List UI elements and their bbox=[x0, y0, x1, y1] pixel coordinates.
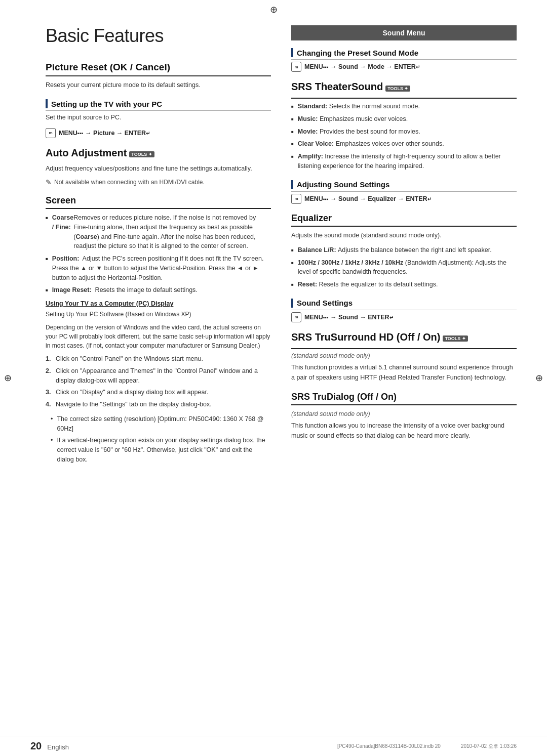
auto-adjustment-description: Adjust frequency values/positions and fi… bbox=[46, 164, 271, 174]
adjusting-sound-section: Adjusting Sound Settings m MENU▪▪▪ → Sou… bbox=[291, 180, 517, 204]
menu-icon-sound-settings: m bbox=[291, 312, 301, 322]
changing-preset-heading-bar: Changing the Preset Sound Mode bbox=[291, 48, 517, 60]
equalizer-section: Equalizer Adjusts the sound mode (standa… bbox=[291, 213, 517, 289]
bottom-bar: 20 English [PC490-Canada]BN68-03114B-00L… bbox=[0, 736, 547, 756]
equalizer-hz: 100Hz / 300Hz / 1kHz / 3kHz / 10kHz (Ban… bbox=[291, 258, 517, 277]
sound-settings-menu-text: MENU▪▪▪ → Sound → ENTER↵ bbox=[304, 314, 394, 321]
srs-trusurround-note: (standard sound mode only) bbox=[291, 351, 517, 361]
setting-up-tv-heading: Setting up the TV with your PC bbox=[51, 100, 162, 108]
footer-date: 2010-07-02 오후 1:03:26 bbox=[461, 743, 517, 750]
dot-item-1: The correct size setting (resolution) [O… bbox=[51, 414, 271, 434]
srs-theater-amplify: Amplify: Increase the intensity of high-… bbox=[291, 152, 517, 171]
step-4: 4.Navigate to the "Settings" tab on the … bbox=[46, 400, 271, 409]
srs-trusurround-tools-badge: TOOLS ✦ bbox=[443, 335, 467, 342]
blue-bar-sound-settings bbox=[291, 299, 293, 308]
menu-icon-tv: m bbox=[46, 128, 56, 138]
step-4-text: Navigate to the "Settings" tab on the di… bbox=[56, 400, 212, 409]
page-number-label: English bbox=[47, 743, 69, 751]
screen-bullet-list: Coarse / Fine: Removes or reduces pictur… bbox=[46, 213, 271, 295]
dot-item-2: If a vertical-frequency option exists on… bbox=[51, 436, 271, 464]
page-container: ⊕ ⊕ ⊕ Basic Features Picture Reset (OK /… bbox=[0, 0, 547, 756]
screen-bullet-image-reset: Image Reset: Resets the image to default… bbox=[46, 285, 271, 295]
setting-up-tv-menu-path: m MENU▪▪▪ → Picture → ENTER↵ bbox=[46, 128, 271, 138]
blue-bar-adjusting-sound bbox=[291, 180, 293, 189]
adjusting-sound-menu-text: MENU▪▪▪ → Sound → Equalizer → ENTER↵ bbox=[304, 195, 432, 202]
page-number: 20 bbox=[30, 740, 42, 752]
step-3: 3.Click on "Display" and a display dialo… bbox=[46, 388, 271, 397]
changing-preset-heading: Changing the Preset Sound Mode bbox=[297, 49, 418, 57]
sound-settings-heading: Sound Settings bbox=[297, 299, 353, 307]
auto-adjustment-note-text: Not available when connecting with an HD… bbox=[54, 179, 205, 186]
menu-icon-changing-preset: m bbox=[291, 62, 301, 72]
page-title: Basic Features bbox=[46, 25, 271, 47]
changing-preset-section: Changing the Preset Sound Mode m MENU▪▪▪… bbox=[291, 48, 517, 72]
equalizer-heading: Equalizer bbox=[291, 213, 517, 227]
adjusting-sound-menu-path: m MENU▪▪▪ → Sound → Equalizer → ENTER↵ bbox=[291, 194, 517, 204]
screen-bullet-image-reset-lead: Image Reset: bbox=[52, 286, 93, 293]
srs-theater-section: SRS TheaterSound TOOLS ✦ Standard: Selec… bbox=[291, 81, 517, 171]
setting-up-tv-menu-text: MENU▪▪▪ → Picture → ENTER↵ bbox=[59, 130, 150, 137]
auto-adjustment-heading: Auto Adjustment bbox=[46, 147, 127, 159]
srs-theater-tools-badge: TOOLS ✦ bbox=[385, 86, 410, 92]
srs-trusurround-description: This function provides a virtual 5.1 cha… bbox=[291, 363, 517, 383]
content-area: Basic Features Picture Reset (OK / Cance… bbox=[0, 0, 547, 514]
screen-section: Screen Coarse / Fine: Removes or reduces… bbox=[46, 195, 271, 465]
screen-heading: Screen bbox=[46, 195, 271, 209]
left-column: Basic Features Picture Reset (OK / Cance… bbox=[46, 25, 271, 474]
changing-preset-menu-path: m MENU▪▪▪ → Sound → Mode → ENTER↵ bbox=[291, 62, 517, 72]
footer-file: [PC490-Canada]BN68-03114B-00L02.indb 20 bbox=[337, 743, 441, 749]
srs-theater-standard: Standard: Selects the normal sound mode. bbox=[291, 102, 517, 111]
step-1: 1.Click on "Control Panel" on the Window… bbox=[46, 354, 271, 364]
equalizer-description: Adjusts the sound mode (standard sound m… bbox=[291, 231, 517, 240]
sound-settings-section: Sound Settings m MENU▪▪▪ → Sound → ENTER… bbox=[291, 299, 517, 322]
srs-trusurround-section: SRS TruSurround HD (Off / On) TOOLS ✦ (s… bbox=[291, 331, 517, 383]
reg-mark-right: ⊕ bbox=[535, 372, 543, 384]
using-tv-as-pc-steps: 1.Click on "Control Panel" on the Window… bbox=[46, 354, 271, 409]
adjusting-sound-heading-bar: Adjusting Sound Settings bbox=[291, 180, 517, 192]
screen-bullet-position: Position: Adjust the PC's screen positio… bbox=[46, 254, 271, 282]
auto-adjustment-section: Auto Adjustment TOOLS ✦ Adjust frequency… bbox=[46, 147, 271, 186]
auto-adjustment-note: ✎ Not available when connecting with an … bbox=[46, 179, 271, 186]
srs-trudialog-section: SRS TruDialog (Off / On) (standard sound… bbox=[291, 392, 517, 441]
picture-reset-section: Picture Reset (OK / Cancel) Resets your … bbox=[46, 62, 271, 90]
bottom-left: 20 English bbox=[30, 740, 69, 752]
footer-right: [PC490-Canada]BN68-03114B-00L02.indb 20 … bbox=[337, 743, 517, 750]
equalizer-reset: Reset: Resets the equalizer to its defau… bbox=[291, 280, 517, 289]
using-tv-as-pc-description: Depending on the version of Windows and … bbox=[46, 323, 271, 350]
screen-bullet-position-lead: Position: bbox=[52, 255, 81, 262]
screen-bullet-position-text: Adjust the PC's screen positioning if it… bbox=[52, 255, 264, 281]
step-1-text: Click on "Control Panel" on the Windows … bbox=[56, 354, 203, 364]
step-2-text: Click on "Appearance and Themes" in the … bbox=[56, 366, 271, 386]
sound-menu-header: Sound Menu bbox=[291, 25, 517, 40]
note-icon: ✎ bbox=[46, 178, 52, 186]
setting-up-tv-description: Set the input source to PC. bbox=[46, 113, 271, 122]
auto-adjustment-tools-badge: TOOLS ✦ bbox=[129, 151, 154, 157]
reg-mark-left: ⊕ bbox=[4, 372, 12, 384]
using-tv-as-pc-intro: Setting Up Your PC Software (Based on Wi… bbox=[46, 310, 271, 319]
right-column: Sound Menu Changing the Preset Sound Mod… bbox=[291, 25, 517, 474]
menu-icon-adjusting-sound: m bbox=[291, 194, 301, 204]
sound-settings-menu-path: m MENU▪▪▪ → Sound → ENTER↵ bbox=[291, 312, 517, 322]
screen-bullet-coarse: Coarse / Fine: Removes or reduces pictur… bbox=[46, 213, 271, 251]
using-tv-as-pc-dot-list: The correct size setting (resolution) [O… bbox=[46, 414, 271, 465]
equalizer-bullet-list: Balance L/R: Adjusts the balance between… bbox=[291, 245, 517, 289]
blue-bar-changing-preset bbox=[291, 48, 293, 57]
screen-bullet-coarse-lead: Coarse / Fine: bbox=[52, 213, 73, 251]
dot-item-1-text: The correct size setting (resolution) [O… bbox=[57, 414, 271, 434]
sound-settings-heading-bar: Sound Settings bbox=[291, 299, 517, 310]
changing-preset-menu-text: MENU▪▪▪ → Sound → Mode → ENTER↵ bbox=[304, 63, 420, 70]
step-2: 2.Click on "Appearance and Themes" in th… bbox=[46, 366, 271, 386]
adjusting-sound-heading: Adjusting Sound Settings bbox=[297, 180, 389, 189]
srs-trusurround-heading: SRS TruSurround HD (Off / On) bbox=[291, 331, 440, 343]
srs-theater-music: Music: Emphasizes music over voices. bbox=[291, 114, 517, 124]
dot-item-2-text: If a vertical-frequency option exists on… bbox=[57, 436, 271, 464]
srs-theater-clear-voice: Clear Voice: Emphasizes voices over othe… bbox=[291, 139, 517, 149]
picture-reset-description: Resets your current picture mode to its … bbox=[46, 80, 271, 90]
setting-up-tv-heading-bar: Setting up the TV with your PC bbox=[46, 99, 271, 111]
step-3-text: Click on "Display" and a display dialog … bbox=[56, 388, 208, 397]
srs-theater-movie: Movie: Provides the best sound for movie… bbox=[291, 127, 517, 137]
srs-trudialog-description: This function allows you to increase the… bbox=[291, 421, 517, 441]
srs-theater-heading: SRS TheaterSound bbox=[291, 81, 383, 93]
picture-reset-heading: Picture Reset (OK / Cancel) bbox=[46, 62, 271, 76]
equalizer-balance: Balance L/R: Adjusts the balance between… bbox=[291, 245, 517, 255]
